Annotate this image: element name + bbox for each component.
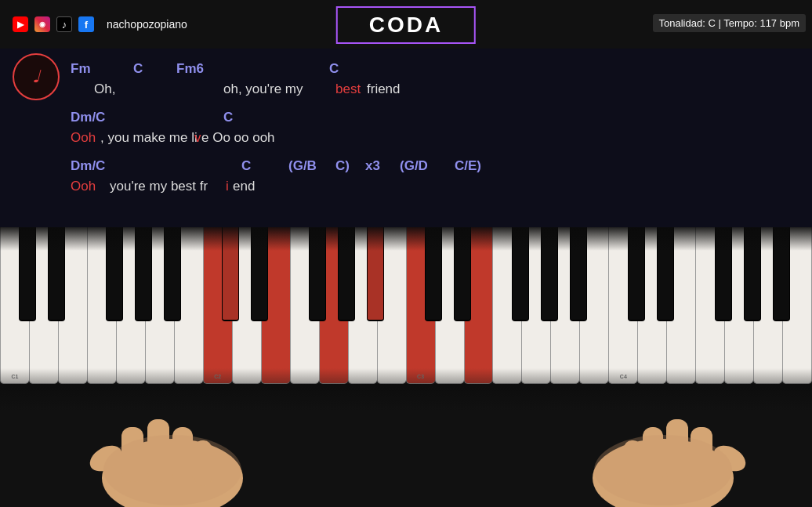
white-key-16[interactable] [464,227,493,384]
right-hand [553,384,773,507]
lyric-e: e Oo oo ooh [201,130,275,146]
white-key-12[interactable] [348,227,377,384]
lyric-v: v [194,130,201,146]
chord-c3: C [223,110,233,125]
white-key-13[interactable] [377,227,406,384]
white-key-5[interactable] [145,227,174,384]
white-key-9[interactable] [261,227,290,384]
chords-3: Dm/C C (G/B C) x3 (G/D C/E) [71,158,796,177]
social-icons: ▶ ◉ ♪ f nachopozopiano [13,16,187,32]
chords-1: Fm C Fm6 C [71,61,796,80]
chord-dmc1: Dm/C [71,110,105,125]
white-key-6[interactable] [174,227,203,384]
lyric-end: end [233,179,255,194]
lyric-oh1: Oh, [94,81,115,97]
white-key-1[interactable] [29,227,58,384]
lyric-2: Ooh , you make me li v e Oo oo ooh [71,130,796,150]
white-key-0[interactable]: C1 [0,227,29,384]
left-hand [63,384,282,507]
chord-fm6: Fm6 [176,61,204,77]
white-key-14[interactable]: C3 [406,227,435,384]
white-key-11[interactable] [319,227,348,384]
white-key-26[interactable] [753,227,782,384]
lyric-3: Ooh you're my best fr i end [71,179,796,199]
channel-name: nachopozopiano [107,18,187,31]
youtube-icon[interactable]: ▶ [13,16,28,32]
chord-row-1: Fm C Fm6 C Oh, oh, you're my best friend [71,61,796,102]
chord-ce: C/E) [455,158,481,174]
white-key-17[interactable] [492,227,521,384]
lyric-youre: you're my best fr [110,179,208,194]
chord-gb: (G/B [288,158,317,174]
chord-c2: C [329,61,339,77]
white-key-24[interactable] [695,227,724,384]
white-key-4[interactable] [116,227,145,384]
chord-c4: C [241,158,251,174]
white-key-15[interactable] [435,227,464,384]
logo-note-icon: ♩ [32,67,40,87]
lyric-ooh1: Ooh [71,130,96,146]
svg-point-6 [103,435,241,505]
white-key-8[interactable] [232,227,261,384]
white-key-7[interactable]: C2 [203,227,232,384]
lyric-i: i [226,179,229,194]
hands-overlay [0,368,812,507]
white-key-3[interactable] [87,227,116,384]
piano-visual: C1C2C3C4 [0,227,812,507]
white-key-10[interactable] [290,227,319,384]
facebook-icon[interactable]: f [78,16,94,32]
tonality-info: Tonalidad: C | Tempo: 117 bpm [653,14,806,32]
chord-c1: C [133,61,143,77]
instagram-icon[interactable]: ◉ [34,16,50,32]
tiktok-icon[interactable]: ♪ [56,16,72,32]
white-keys-strip: C1C2C3C4 [0,227,812,384]
chord-dmc2: Dm/C [71,158,105,174]
chord-row-3: Dm/C C (G/B C) x3 (G/D C/E) Ooh you're m… [71,158,796,199]
coda-title: CODA [369,13,443,37]
white-key-19[interactable] [550,227,579,384]
white-key-21[interactable]: C4 [608,227,637,384]
chord-c5: C) [335,158,350,174]
chord-row-2: Dm/C C Ooh , you make me li v e Oo oo oo… [71,110,796,150]
white-key-27[interactable] [782,227,812,384]
chord-fm: Fm [71,61,91,77]
white-key-23[interactable] [666,227,695,384]
coda-box: CODA [336,6,476,44]
chord-x3: x3 [365,158,380,174]
white-key-22[interactable] [637,227,666,384]
svg-point-13 [594,435,732,505]
lyric-best: best [335,81,361,97]
white-key-25[interactable] [724,227,753,384]
white-key-18[interactable] [521,227,550,384]
lyric-oh2: oh, you're my [223,81,303,97]
white-key-20[interactable] [579,227,608,384]
top-fade [0,227,812,251]
logo-circle: ♩ [13,53,60,100]
lyric-ooh2: Ooh [71,179,96,194]
lyric-make: , you make me li [100,130,198,146]
chords-2: Dm/C C [71,110,796,129]
top-bar: ▶ ◉ ♪ f nachopozopiano CODA Tonalidad: C… [0,0,812,49]
lyric-1: Oh, oh, you're my best friend [71,81,796,102]
chord-gd: (G/D [400,158,428,174]
lyric-friend1: friend [367,81,401,97]
white-key-2[interactable] [58,227,87,384]
